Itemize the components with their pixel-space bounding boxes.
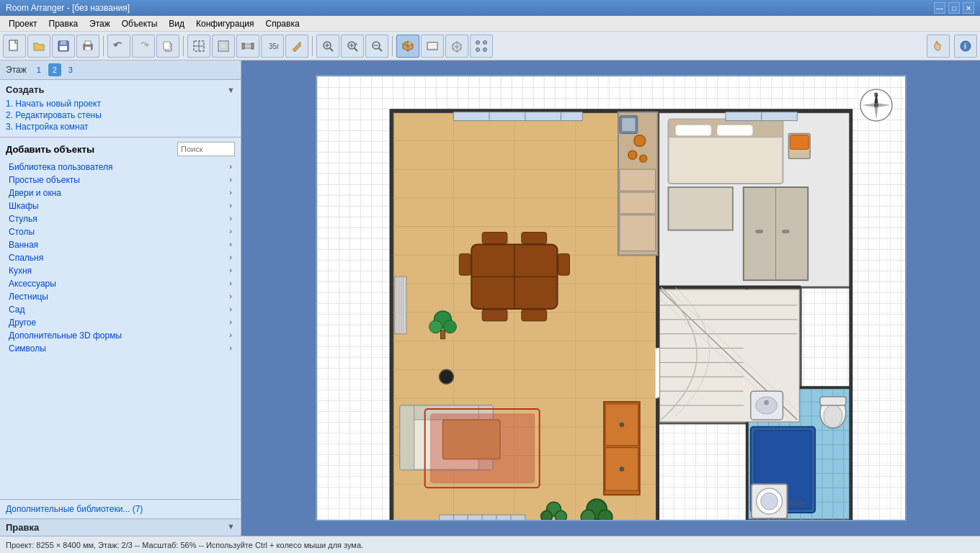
svg-point-167 xyxy=(581,510,595,520)
toolbar-pencil-button[interactable] xyxy=(285,35,308,58)
obj-garden[interactable]: Сад › xyxy=(6,303,235,316)
toolbar-undo-button[interactable] xyxy=(107,35,130,58)
toolbar-zoom-fit-button[interactable] xyxy=(316,35,339,58)
obj-other[interactable]: Другое › xyxy=(6,316,235,329)
obj-chairs[interactable]: Стулья › xyxy=(6,212,235,225)
edit-section-arrow[interactable]: ▼ xyxy=(227,522,235,533)
obj-bathroom[interactable]: Ванная › xyxy=(6,238,235,251)
add-objects-header: Добавить объекты xyxy=(6,142,235,156)
menu-objects[interactable]: Объекты xyxy=(116,17,164,30)
canvas-area[interactable]: Boiler xyxy=(241,60,980,536)
svg-text:N: N xyxy=(874,91,878,98)
toolbar-copy-button[interactable] xyxy=(156,35,179,58)
obj-bedroom[interactable]: Спальня › xyxy=(6,251,235,264)
floor-tab-2[interactable]: 2 xyxy=(48,63,61,76)
obj-symbols[interactable]: Символы › xyxy=(6,342,235,355)
svg-rect-109 xyxy=(440,331,445,339)
svg-rect-93 xyxy=(482,233,507,244)
toolbar-view-flat-button[interactable] xyxy=(421,35,444,58)
floorplan-svg: Boiler xyxy=(317,76,905,520)
toolbar-save-button[interactable] xyxy=(52,35,75,58)
create-section-header: Создать ▼ xyxy=(6,84,235,95)
floor-label: Этаж xyxy=(6,65,27,75)
svg-point-110 xyxy=(439,369,453,384)
toolbar-view-iso-button[interactable] xyxy=(445,35,468,58)
toolbar-select-rect-button[interactable] xyxy=(187,35,210,58)
toolbar-wall-tool-button[interactable] xyxy=(212,35,235,58)
svg-rect-94 xyxy=(521,233,546,244)
svg-rect-132 xyxy=(717,125,753,136)
toolbar-ruler-button[interactable]: 35m xyxy=(261,35,284,58)
obj-simple-objects[interactable]: Простые объекты › xyxy=(6,174,235,186)
svg-rect-123 xyxy=(619,192,655,214)
svg-rect-118 xyxy=(621,118,635,132)
obj-user-library[interactable]: Библиотека пользователя › xyxy=(6,161,235,174)
floor-plan[interactable]: Boiler xyxy=(316,75,906,521)
floor-tab-3[interactable]: 3 xyxy=(64,63,77,76)
obj-wardrobes[interactable]: Шкафы › xyxy=(6,199,235,212)
floor-tab-1[interactable]: 1 xyxy=(32,63,45,76)
svg-rect-31 xyxy=(427,42,437,50)
minimize-button[interactable]: — xyxy=(934,2,945,14)
obj-accessories[interactable]: Аксессуары › xyxy=(6,277,235,290)
menu-project[interactable]: Проект xyxy=(3,17,43,30)
create-section-title: Создать xyxy=(6,84,44,95)
toolbar-wall-edit-button[interactable] xyxy=(236,35,259,58)
toolbar-sep-2 xyxy=(183,36,184,56)
svg-rect-8 xyxy=(164,42,170,50)
svg-text:-: - xyxy=(379,41,381,48)
svg-line-28 xyxy=(379,48,382,51)
svg-line-23 xyxy=(355,48,357,51)
obj-3d-shapes[interactable]: Дополнительные 3D формы › xyxy=(6,329,235,342)
svg-point-37 xyxy=(476,40,480,44)
toolbar-print-button[interactable] xyxy=(76,35,99,58)
svg-rect-124 xyxy=(619,215,655,251)
create-link-1[interactable]: 1. Начать новый проект xyxy=(6,98,235,109)
obj-stairs[interactable]: Лестницы › xyxy=(6,290,235,303)
maximize-button[interactable]: □ xyxy=(948,2,960,14)
menu-floor[interactable]: Этаж xyxy=(84,17,116,30)
svg-point-38 xyxy=(484,40,487,44)
svg-rect-105 xyxy=(430,414,534,482)
obj-tables[interactable]: Столы › xyxy=(6,225,235,238)
close-button[interactable]: ✕ xyxy=(963,2,974,14)
toolbar-extra-view-button[interactable] xyxy=(470,35,493,58)
toolbar-open-button[interactable] xyxy=(27,35,50,58)
menu-view[interactable]: Вид xyxy=(163,17,190,30)
svg-line-19 xyxy=(330,48,333,51)
svg-point-155 xyxy=(824,405,842,428)
create-link-2[interactable]: 2. Редактировать стены xyxy=(6,109,235,121)
statusbar: Проект: 8255 × 8400 мм, Этаж: 2/3 -- Мас… xyxy=(0,536,980,553)
main-content: Этаж 1 2 3 Создать ▼ 1. Начать новый про… xyxy=(0,60,980,536)
create-section-arrow[interactable]: ▼ xyxy=(227,86,235,94)
add-objects-section: Добавить объекты Библиотека пользователя… xyxy=(0,138,241,499)
menu-edit[interactable]: Правка xyxy=(43,17,84,30)
svg-rect-125 xyxy=(453,112,582,121)
extra-libraries-link[interactable]: Дополнительные библиотеки... (7) xyxy=(0,499,241,518)
svg-point-164 xyxy=(760,493,778,510)
toolbar-redo-button[interactable] xyxy=(132,35,155,58)
svg-rect-6 xyxy=(85,47,91,50)
svg-point-182 xyxy=(619,467,623,471)
search-input[interactable] xyxy=(177,142,235,156)
obj-kitchen[interactable]: Кухня › xyxy=(6,264,235,277)
obj-doors-windows[interactable]: Двери и окна › xyxy=(6,186,235,199)
svg-point-181 xyxy=(619,423,623,427)
svg-rect-13 xyxy=(220,43,226,49)
toolbar-info-button[interactable]: i xyxy=(954,35,977,58)
toolbar-new-button[interactable] xyxy=(3,35,26,58)
toolbar-zoom-out-button[interactable]: - xyxy=(365,35,388,58)
toolbar-view-3d-box-button[interactable] xyxy=(396,35,419,58)
svg-point-39 xyxy=(476,48,480,51)
menu-config[interactable]: Конфигурация xyxy=(190,17,260,30)
toolbar-zoom-in-button[interactable]: + xyxy=(341,35,364,58)
toolbar-hand-button[interactable] xyxy=(927,35,950,58)
svg-rect-156 xyxy=(820,397,846,405)
svg-rect-131 xyxy=(675,125,711,136)
svg-point-107 xyxy=(429,320,442,333)
compass: N xyxy=(858,87,894,123)
create-link-3[interactable]: 3. Настройка комнат xyxy=(6,121,235,132)
menu-help[interactable]: Справка xyxy=(260,17,306,30)
svg-rect-5 xyxy=(85,41,91,45)
svg-point-168 xyxy=(598,510,612,520)
